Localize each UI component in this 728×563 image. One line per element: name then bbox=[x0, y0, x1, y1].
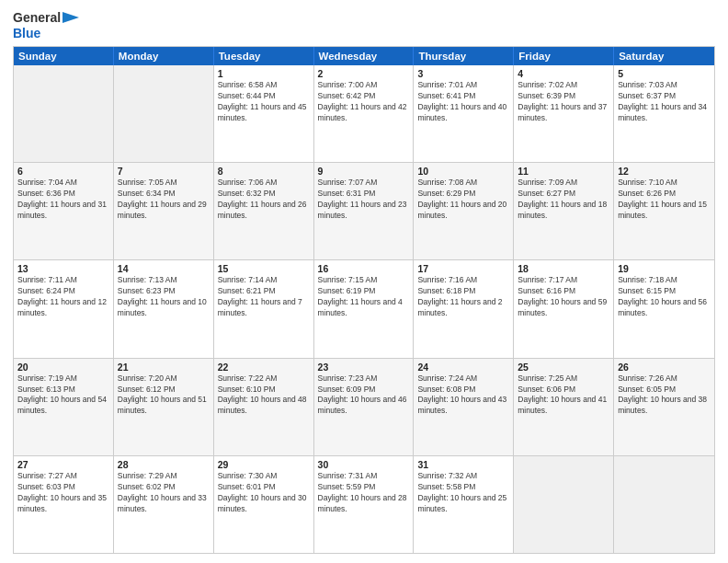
day-info: Sunrise: 7:22 AMSunset: 6:10 PMDaylight:… bbox=[218, 373, 310, 418]
day-number: 4 bbox=[518, 68, 609, 79]
day-cell-6: 6 Sunrise: 7:04 AMSunset: 6:36 PMDayligh… bbox=[14, 163, 114, 259]
day-cell-26: 26 Sunrise: 7:26 AMSunset: 6:05 PMDaylig… bbox=[614, 359, 714, 455]
day-info: Sunrise: 7:01 AMSunset: 6:41 PMDaylight:… bbox=[417, 80, 509, 124]
day-info: Sunrise: 7:30 AMSunset: 6:01 PMDaylight:… bbox=[218, 471, 310, 515]
day-number: 8 bbox=[218, 166, 310, 177]
day-cell-3: 3 Sunrise: 7:01 AMSunset: 6:41 PMDayligh… bbox=[414, 65, 514, 162]
day-number: 12 bbox=[618, 166, 711, 177]
day-info: Sunrise: 7:08 AMSunset: 6:29 PMDaylight:… bbox=[417, 178, 509, 222]
day-number: 11 bbox=[518, 166, 609, 177]
day-cell-31: 31 Sunrise: 7:32 AMSunset: 5:58 PMDaylig… bbox=[414, 456, 514, 553]
day-number: 1 bbox=[218, 68, 310, 79]
empty-cell bbox=[614, 456, 714, 553]
day-info: Sunrise: 7:11 AMSunset: 6:24 PMDaylight:… bbox=[17, 275, 109, 319]
day-cell-16: 16 Sunrise: 7:15 AMSunset: 6:19 PMDaylig… bbox=[314, 260, 415, 357]
day-cell-25: 25 Sunrise: 7:25 AMSunset: 6:06 PMDaylig… bbox=[514, 359, 614, 455]
day-number: 21 bbox=[118, 362, 210, 373]
day-number: 31 bbox=[417, 459, 509, 470]
day-number: 30 bbox=[318, 459, 410, 470]
svg-marker-0 bbox=[63, 12, 79, 23]
day-cell-2: 2 Sunrise: 7:00 AMSunset: 6:42 PMDayligh… bbox=[314, 65, 415, 162]
day-cell-12: 12 Sunrise: 7:10 AMSunset: 6:26 PMDaylig… bbox=[614, 163, 714, 259]
day-number: 3 bbox=[417, 68, 509, 79]
day-cell-24: 24 Sunrise: 7:24 AMSunset: 6:08 PMDaylig… bbox=[414, 359, 514, 455]
day-cell-9: 9 Sunrise: 7:07 AMSunset: 6:31 PMDayligh… bbox=[314, 163, 415, 259]
day-number: 14 bbox=[118, 263, 210, 274]
day-info: Sunrise: 7:04 AMSunset: 6:36 PMDaylight:… bbox=[17, 178, 109, 222]
day-cell-5: 5 Sunrise: 7:03 AMSunset: 6:37 PMDayligh… bbox=[614, 65, 714, 162]
day-info: Sunrise: 7:31 AMSunset: 5:59 PMDaylight:… bbox=[318, 471, 410, 515]
day-info: Sunrise: 7:16 AMSunset: 6:18 PMDaylight:… bbox=[417, 275, 509, 319]
week-row-1: 1 Sunrise: 6:58 AMSunset: 6:44 PMDayligh… bbox=[14, 65, 714, 162]
day-info: Sunrise: 7:32 AMSunset: 5:58 PMDaylight:… bbox=[417, 471, 509, 515]
day-info: Sunrise: 7:23 AMSunset: 6:09 PMDaylight:… bbox=[318, 373, 410, 418]
day-cell-19: 19 Sunrise: 7:18 AMSunset: 6:15 PMDaylig… bbox=[614, 260, 714, 357]
day-info: Sunrise: 7:10 AMSunset: 6:26 PMDaylight:… bbox=[618, 178, 711, 222]
day-number: 10 bbox=[417, 166, 509, 177]
day-info: Sunrise: 7:27 AMSunset: 6:03 PMDaylight:… bbox=[17, 471, 109, 515]
day-number: 27 bbox=[17, 459, 109, 470]
calendar-body: 1 Sunrise: 6:58 AMSunset: 6:44 PMDayligh… bbox=[14, 65, 714, 553]
day-number: 23 bbox=[318, 362, 410, 373]
day-info: Sunrise: 7:15 AMSunset: 6:19 PMDaylight:… bbox=[318, 275, 410, 319]
day-cell-13: 13 Sunrise: 7:11 AMSunset: 6:24 PMDaylig… bbox=[14, 260, 114, 357]
day-cell-11: 11 Sunrise: 7:09 AMSunset: 6:27 PMDaylig… bbox=[514, 163, 614, 259]
day-info: Sunrise: 7:17 AMSunset: 6:16 PMDaylight:… bbox=[518, 275, 609, 319]
week-row-2: 6 Sunrise: 7:04 AMSunset: 6:36 PMDayligh… bbox=[14, 162, 714, 259]
day-number: 19 bbox=[618, 263, 711, 274]
day-cell-21: 21 Sunrise: 7:20 AMSunset: 6:12 PMDaylig… bbox=[114, 359, 214, 455]
day-cell-18: 18 Sunrise: 7:17 AMSunset: 6:16 PMDaylig… bbox=[514, 260, 614, 357]
day-number: 9 bbox=[318, 166, 410, 177]
day-number: 7 bbox=[118, 166, 210, 177]
header-day-sunday: Sunday bbox=[14, 47, 114, 65]
week-row-5: 27 Sunrise: 7:27 AMSunset: 6:03 PMDaylig… bbox=[14, 455, 714, 553]
day-cell-27: 27 Sunrise: 7:27 AMSunset: 6:03 PMDaylig… bbox=[14, 456, 114, 553]
day-cell-15: 15 Sunrise: 7:14 AMSunset: 6:21 PMDaylig… bbox=[214, 260, 314, 357]
calendar: SundayMondayTuesdayWednesdayThursdayFrid… bbox=[13, 46, 715, 554]
week-row-4: 20 Sunrise: 7:19 AMSunset: 6:13 PMDaylig… bbox=[14, 358, 714, 455]
day-number: 5 bbox=[618, 68, 711, 79]
week-row-3: 13 Sunrise: 7:11 AMSunset: 6:24 PMDaylig… bbox=[14, 259, 714, 357]
day-number: 20 bbox=[17, 362, 109, 373]
day-info: Sunrise: 7:24 AMSunset: 6:08 PMDaylight:… bbox=[417, 373, 509, 418]
day-cell-4: 4 Sunrise: 7:02 AMSunset: 6:39 PMDayligh… bbox=[514, 65, 614, 162]
day-number: 18 bbox=[518, 263, 609, 274]
day-number: 28 bbox=[118, 459, 210, 470]
day-number: 17 bbox=[417, 263, 509, 274]
day-cell-7: 7 Sunrise: 7:05 AMSunset: 6:34 PMDayligh… bbox=[114, 163, 214, 259]
day-number: 22 bbox=[218, 362, 310, 373]
day-cell-20: 20 Sunrise: 7:19 AMSunset: 6:13 PMDaylig… bbox=[14, 359, 114, 455]
day-info: Sunrise: 6:58 AMSunset: 6:44 PMDaylight:… bbox=[218, 80, 310, 124]
day-info: Sunrise: 7:06 AMSunset: 6:32 PMDaylight:… bbox=[218, 178, 310, 222]
empty-cell bbox=[114, 65, 214, 162]
empty-cell bbox=[514, 456, 614, 553]
day-cell-10: 10 Sunrise: 7:08 AMSunset: 6:29 PMDaylig… bbox=[414, 163, 514, 259]
header: General Blue bbox=[13, 9, 715, 40]
logo-arrow-icon bbox=[63, 9, 79, 26]
header-day-wednesday: Wednesday bbox=[314, 47, 415, 65]
day-info: Sunrise: 7:18 AMSunset: 6:15 PMDaylight:… bbox=[618, 275, 711, 319]
day-info: Sunrise: 7:02 AMSunset: 6:39 PMDaylight:… bbox=[518, 80, 609, 124]
logo-general-text: General bbox=[13, 10, 61, 25]
header-day-thursday: Thursday bbox=[414, 47, 514, 65]
day-info: Sunrise: 7:29 AMSunset: 6:02 PMDaylight:… bbox=[118, 471, 210, 515]
day-cell-23: 23 Sunrise: 7:23 AMSunset: 6:09 PMDaylig… bbox=[314, 359, 415, 455]
day-info: Sunrise: 7:14 AMSunset: 6:21 PMDaylight:… bbox=[218, 275, 310, 319]
day-cell-1: 1 Sunrise: 6:58 AMSunset: 6:44 PMDayligh… bbox=[214, 65, 314, 162]
day-number: 25 bbox=[518, 362, 609, 373]
day-info: Sunrise: 7:19 AMSunset: 6:13 PMDaylight:… bbox=[17, 373, 109, 418]
header-day-monday: Monday bbox=[114, 47, 214, 65]
day-info: Sunrise: 7:13 AMSunset: 6:23 PMDaylight:… bbox=[118, 275, 210, 319]
calendar-header: SundayMondayTuesdayWednesdayThursdayFrid… bbox=[14, 47, 714, 65]
day-info: Sunrise: 7:05 AMSunset: 6:34 PMDaylight:… bbox=[118, 178, 210, 222]
day-info: Sunrise: 7:20 AMSunset: 6:12 PMDaylight:… bbox=[118, 373, 210, 418]
day-info: Sunrise: 7:25 AMSunset: 6:06 PMDaylight:… bbox=[518, 373, 609, 418]
day-cell-8: 8 Sunrise: 7:06 AMSunset: 6:32 PMDayligh… bbox=[214, 163, 314, 259]
logo-blue-text: Blue bbox=[13, 26, 40, 40]
header-day-saturday: Saturday bbox=[614, 47, 714, 65]
logo: General Blue bbox=[13, 9, 79, 40]
day-number: 24 bbox=[417, 362, 509, 373]
day-info: Sunrise: 7:26 AMSunset: 6:05 PMDaylight:… bbox=[618, 373, 711, 418]
day-info: Sunrise: 7:03 AMSunset: 6:37 PMDaylight:… bbox=[618, 80, 711, 124]
day-number: 16 bbox=[318, 263, 410, 274]
